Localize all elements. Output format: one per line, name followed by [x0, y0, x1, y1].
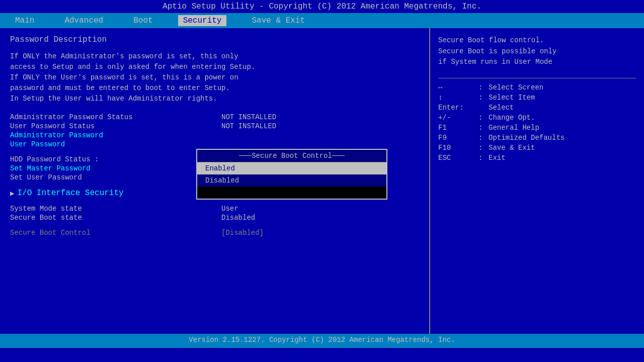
- admin-password-row[interactable]: Administrator Password: [10, 131, 419, 139]
- key-name: F10: [438, 144, 478, 152]
- key-description: Select: [489, 104, 514, 112]
- help-line: Secure Boot flow control.: [438, 35, 636, 46]
- key-separator: :: [478, 154, 489, 162]
- system-mode-row: System Mode state User: [10, 205, 419, 213]
- main-content: Password Description If ONLY the Adminis…: [0, 28, 644, 334]
- key-separator: :: [478, 94, 489, 102]
- key-description: General Help: [489, 124, 539, 132]
- right-panel: Secure Boot flow control.Secure Boot is …: [430, 28, 644, 334]
- secure-boot-state-value: Disabled: [221, 214, 255, 222]
- help-text: Secure Boot flow control.Secure Boot is …: [438, 35, 636, 68]
- nav-bar: MainAdvancedBootSecuritySave & Exit: [0, 13, 644, 28]
- key-row: ↕:Select Item: [438, 94, 636, 102]
- user-password-row[interactable]: User Password: [10, 140, 419, 148]
- divider: [438, 78, 636, 78]
- popup-title-dashes-right: ───: [332, 152, 345, 160]
- section-title: Password Description: [10, 35, 419, 44]
- title-bar: Aptio Setup Utility - Copyright (C) 2012…: [0, 0, 644, 13]
- secure-boot-state-row: Secure Boot state Disabled: [10, 214, 419, 222]
- footer: Version 2.15.1227. Copyright (C) 2012 Am…: [0, 334, 644, 348]
- key-separator: [478, 104, 489, 112]
- key-name: +/-: [438, 114, 478, 122]
- admin-password-status-label: Administrator Password Status: [10, 113, 221, 121]
- keys-block: ↔:Select Screen↕:Select ItemEnter:Select…: [438, 83, 636, 162]
- user-password-status-row: User Password Status NOT INSTALLED: [10, 122, 419, 130]
- desc-line: If ONLY the User's password is set, this…: [10, 72, 419, 83]
- nav-item-advanced[interactable]: Advanced: [59, 15, 108, 26]
- popup-bottom-bar: [197, 187, 386, 199]
- user-password-label[interactable]: User Password: [10, 140, 221, 148]
- nav-item-main[interactable]: Main: [10, 15, 39, 26]
- secure-boot-control-label: Secure Boot Control: [10, 229, 221, 237]
- admin-password-label[interactable]: Administrator Password: [10, 131, 221, 139]
- set-master-password-label[interactable]: Set Master Password: [10, 164, 221, 172]
- set-user-password-label: Set User Password: [10, 173, 221, 182]
- key-name: ↔: [438, 83, 478, 92]
- key-name: F9: [438, 134, 478, 142]
- key-description: Select Item: [489, 94, 535, 102]
- key-row: ↔:Select Screen: [438, 83, 636, 92]
- key-separator: :: [478, 144, 489, 152]
- help-line: Secure Boot is possible only: [438, 46, 636, 57]
- popup-title-bar: ─── Secure Boot Control ───: [197, 150, 386, 162]
- desc-line: access to Setup and is only asked for wh…: [10, 62, 419, 72]
- desc-line: In Setup the User will have Administrato…: [10, 94, 419, 104]
- key-row: Enter:Select: [438, 104, 636, 112]
- key-description: Optimized Defaults: [489, 134, 565, 142]
- system-mode-value: User: [221, 205, 238, 213]
- system-mode-label: System Mode state: [10, 205, 221, 213]
- popup-option-enabled[interactable]: Enabled: [197, 162, 386, 174]
- key-name: ESC: [438, 154, 478, 162]
- key-separator: :: [478, 83, 489, 92]
- key-description: Exit: [489, 154, 506, 162]
- popup-title-text: Secure Boot Control: [252, 152, 332, 160]
- user-password-status-label: User Password Status: [10, 122, 221, 130]
- key-description: Change Opt.: [489, 114, 535, 122]
- admin-password-status-row: Administrator Password Status NOT INSTAL…: [10, 113, 419, 121]
- admin-password-status-value: NOT INSTALLED: [221, 113, 276, 121]
- hdd-password-status-label: HDD Password Status :: [10, 155, 221, 163]
- nav-item-security[interactable]: Security: [178, 15, 227, 26]
- key-row: F1:General Help: [438, 124, 636, 132]
- popup-overlay: ─── Secure Boot Control ─── Enabled Disa…: [196, 149, 387, 200]
- key-row: ESC:Exit: [438, 154, 636, 162]
- nav-item-save&exit[interactable]: Save & Exit: [247, 15, 310, 26]
- key-name: Enter:: [438, 104, 478, 112]
- arrow-icon: ▶: [10, 189, 14, 198]
- key-description: Select Screen: [489, 83, 543, 92]
- key-name: F1: [438, 124, 478, 132]
- help-line: if System runs in User Mode: [438, 57, 636, 68]
- secure-boot-control-row: Secure Boot Control [Disabled]: [10, 229, 419, 237]
- key-separator: :: [478, 124, 489, 132]
- key-separator: :: [478, 134, 489, 142]
- popup-box: ─── Secure Boot Control ─── Enabled Disa…: [196, 149, 387, 200]
- key-description: Save & Exit: [489, 144, 535, 152]
- key-row: +/-:Change Opt.: [438, 114, 636, 122]
- footer-text: Version 2.15.1227. Copyright (C) 2012 Am…: [189, 336, 455, 344]
- user-password-status-value: NOT INSTALLED: [221, 122, 276, 130]
- description-text: If ONLY the Administrator's password is …: [10, 51, 419, 104]
- key-separator: :: [478, 114, 489, 122]
- title-text: Aptio Setup Utility - Copyright (C) 2012…: [163, 2, 481, 11]
- secure-boot-control-value: [Disabled]: [221, 229, 264, 237]
- popup-option-disabled[interactable]: Disabled: [197, 174, 386, 187]
- left-panel: Password Description If ONLY the Adminis…: [0, 28, 430, 334]
- key-row: F9:Optimized Defaults: [438, 134, 636, 142]
- nav-item-boot[interactable]: Boot: [128, 15, 157, 26]
- secure-boot-state-label: Secure Boot state: [10, 214, 221, 222]
- key-name: ↕: [438, 94, 478, 102]
- desc-line: password and must be entered to boot to …: [10, 83, 419, 94]
- popup-title-dashes-left: ───: [239, 152, 252, 160]
- desc-line: If ONLY the Administrator's password is …: [10, 51, 419, 62]
- key-row: F10:Save & Exit: [438, 144, 636, 152]
